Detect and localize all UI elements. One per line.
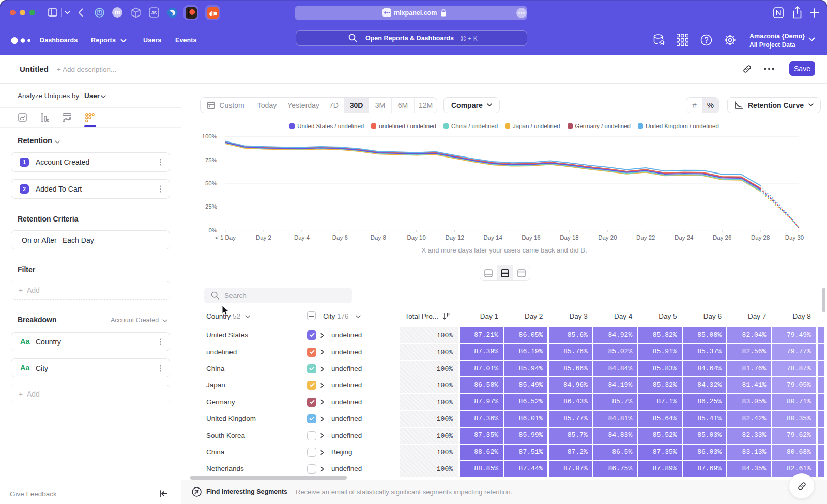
svg-text:< 1 Day: < 1 Day	[215, 234, 236, 241]
svg-text:0%: 0%	[208, 227, 217, 233]
svg-text:Day 20: Day 20	[598, 234, 617, 241]
svg-text:100%: 100%	[202, 133, 217, 139]
svg-text:Day 28: Day 28	[751, 234, 770, 241]
svg-text:50%: 50%	[205, 180, 217, 186]
svg-text:Day 18: Day 18	[560, 234, 578, 241]
svg-text:Day 2: Day 2	[256, 234, 271, 241]
svg-text:Day 22: Day 22	[636, 234, 655, 241]
svg-text:Day 26: Day 26	[713, 234, 731, 241]
svg-text:Day 16: Day 16	[522, 234, 540, 241]
svg-text:25%: 25%	[205, 203, 217, 210]
svg-text:Day 10: Day 10	[407, 234, 425, 241]
svg-text:Day 14: Day 14	[483, 234, 502, 241]
svg-text:Day 4: Day 4	[294, 234, 310, 241]
svg-text:Day 24: Day 24	[675, 234, 694, 241]
svg-text:Day 30: Day 30	[785, 234, 804, 241]
svg-text:Day 8: Day 8	[371, 234, 386, 241]
svg-text:75%: 75%	[205, 157, 217, 163]
svg-text:Day 12: Day 12	[445, 234, 464, 241]
svg-text:Day 6: Day 6	[332, 234, 348, 241]
